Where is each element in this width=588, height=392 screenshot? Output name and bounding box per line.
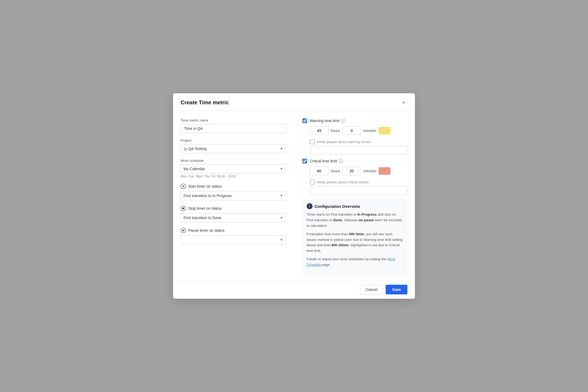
notify-warning-input[interactable] (310, 146, 408, 154)
modal-header: Create Time metric × (173, 93, 415, 111)
critical-hours-input[interactable] (310, 167, 329, 175)
warning-hours-input[interactable] (310, 126, 329, 135)
warning-hours-label: hours (331, 129, 340, 133)
left-column: Time metric name Project 🗂 QA Testing ▼ (181, 118, 297, 275)
notify-critical-section: Notify people about critical issues (302, 180, 408, 195)
modal-overlay: Create Time metric × Time metric name Pr… (0, 0, 588, 392)
config-text-1: Timer starts on First transition to In P… (307, 212, 403, 229)
work-schedule-select[interactable]: My Calendar (181, 164, 286, 173)
critical-minutes-label: minutes (363, 169, 377, 173)
metric-name-label: Time metric name (181, 118, 286, 122)
critical-color-swatch[interactable] (379, 167, 390, 175)
stop-timer-label: Stop timer on status (188, 206, 222, 211)
metric-name-input[interactable] (181, 124, 286, 133)
warning-limit-row: Warning time limit i (302, 118, 408, 123)
critical-hours-row: hours minutes (302, 167, 408, 175)
warning-minutes-label: minutes (363, 129, 377, 133)
critical-limit-label: Critical time limit i (310, 159, 343, 163)
notify-critical-label-row: Notify people about critical issues (310, 180, 408, 184)
start-timer-icon (181, 184, 186, 189)
pause-timer-select[interactable] (181, 235, 286, 244)
stop-timer-section: Stop timer on status First transition to… (181, 206, 286, 222)
config-overview-icon: i (307, 203, 313, 209)
cancel-button[interactable]: Cancel (360, 285, 383, 294)
stop-timer-icon (181, 206, 186, 211)
warning-color-swatch[interactable] (379, 127, 390, 134)
project-field: Project 🗂 QA Testing ▼ (181, 138, 286, 153)
close-button[interactable]: × (400, 99, 407, 106)
svg-rect-3 (182, 208, 184, 209)
warning-info-icon[interactable]: i (341, 119, 345, 123)
start-timer-select-wrapper: First transition to In Progress ▼ (181, 191, 286, 200)
config-text-2: If transition time more than 49h 0min, y… (307, 231, 403, 254)
stop-timer-label-row: Stop timer on status (181, 206, 286, 211)
work-schedule-link[interactable]: Work Schedule (307, 257, 396, 267)
notify-critical-input[interactable] (310, 186, 408, 195)
svg-marker-1 (183, 185, 185, 187)
modal-body: Time metric name Project 🗂 QA Testing ▼ (173, 111, 415, 280)
modal-footer: Cancel Save (173, 280, 415, 299)
critical-info-icon[interactable]: i (339, 159, 343, 163)
warning-hours-row: hours minutes (302, 126, 408, 135)
create-time-metric-modal: Create Time metric × Time metric name Pr… (173, 93, 415, 298)
critical-minutes-input[interactable] (342, 167, 361, 175)
project-select-wrapper: 🗂 QA Testing ▼ (181, 144, 286, 153)
notify-critical-label: Notify people about critical issues (317, 180, 369, 184)
work-schedule-label: Work schedule (181, 159, 286, 163)
notify-warning-section: Notify people about warning issues (302, 139, 408, 154)
svg-rect-5 (182, 230, 183, 231)
notify-warning-label-row: Notify people about warning issues (310, 139, 408, 144)
work-schedule-field: Work schedule My Calendar ▼ Mon, Tue, We… (181, 159, 286, 178)
warning-limit-label: Warning time limit i (310, 119, 346, 123)
pause-timer-select-wrapper: ▼ (181, 235, 286, 244)
config-overview-title: i Configuration Overview (307, 203, 403, 209)
critical-hours-label: hours (331, 169, 340, 173)
modal-title: Create Time metric (181, 99, 229, 106)
start-timer-section: Start timer on status First transition t… (181, 184, 286, 200)
notify-warning-checkbox[interactable] (310, 139, 315, 144)
right-column: Warning time limit i hours minutes Notif… (297, 118, 408, 275)
config-text-3: Create or adjust your work schedules by … (307, 256, 403, 268)
stop-timer-select[interactable]: First transition to Done (181, 213, 286, 222)
critical-limit-row: Critical time limit i (302, 159, 408, 163)
pause-timer-section: Pause timer on status ▼ (181, 228, 286, 244)
start-timer-label: Start timer on status (188, 184, 222, 188)
config-overview: i Configuration Overview Timer starts on… (302, 199, 408, 275)
metric-name-field: Time metric name (181, 118, 286, 133)
stop-timer-select-wrapper: First transition to Done ▼ (181, 213, 286, 222)
project-select[interactable]: 🗂 QA Testing (181, 144, 286, 153)
notify-critical-checkbox[interactable] (310, 180, 315, 184)
warning-minutes-input[interactable] (342, 126, 361, 135)
pause-timer-icon (181, 228, 186, 233)
start-timer-select[interactable]: First transition to In Progress (181, 191, 286, 200)
pause-timer-label-row: Pause timer on status (181, 228, 286, 233)
svg-point-4 (181, 228, 186, 233)
project-label: Project (181, 138, 286, 142)
pause-timer-label: Pause timer on status (188, 228, 224, 233)
work-schedule-hint: Mon, Tue, Wed, Thu, Fri; 08:00 - 18:00 (181, 174, 286, 178)
notify-warning-label: Notify people about warning issues (317, 140, 371, 144)
work-schedule-select-wrapper: My Calendar ▼ (181, 164, 286, 173)
save-button[interactable]: Save (386, 285, 407, 294)
warning-limit-checkbox[interactable] (302, 118, 307, 123)
start-timer-label-row: Start timer on status (181, 184, 286, 189)
critical-limit-checkbox[interactable] (302, 159, 307, 163)
svg-rect-6 (184, 230, 184, 231)
